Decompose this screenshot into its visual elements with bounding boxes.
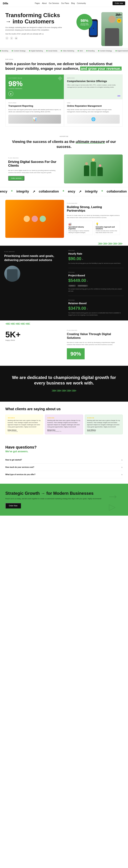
faq-chevron-3: + bbox=[121, 473, 123, 476]
retainer-suffix: + bbox=[87, 308, 88, 310]
scroll-word-4: ency bbox=[68, 190, 75, 194]
project-price: $5449.00 bbox=[68, 278, 86, 283]
driving-cta-button[interactable]: Order services bbox=[8, 176, 24, 181]
testimonial-author-3: Sarah Williams bbox=[87, 429, 120, 431]
hero-social-links: f t in bbox=[5, 37, 62, 40]
testimonial-text-2: Working with their team was a game-chang… bbox=[47, 420, 81, 428]
testimonial-role-2: Director, E-commerce Co bbox=[47, 431, 81, 432]
nav-link-community[interactable]: Community bbox=[77, 2, 86, 4]
industry-icon: 🏭 bbox=[69, 222, 91, 225]
scroll-text-section: ency ★ integrity ↗ collaboration ★ ency … bbox=[0, 187, 128, 196]
creating-right: PLAN MAKING Creating Value Through Digit… bbox=[64, 327, 123, 362]
intro-text: With a passion for innovation, we delive… bbox=[5, 62, 123, 71]
prioritizing-avatar bbox=[4, 266, 20, 282]
project-badges: Content × Brand Design × bbox=[68, 284, 124, 287]
scroll-word-6: collaboration bbox=[107, 190, 127, 194]
feature-label-1: CUSTOMER VALUE bbox=[8, 78, 61, 79]
chevrons-left: ⋘⋘⋘⋘⋘ bbox=[0, 320, 128, 327]
nav-link-plans[interactable]: Our Plans bbox=[61, 2, 69, 4]
marquee-item: Digital Marketing bbox=[116, 50, 128, 52]
stat-3m-label: New users bbox=[115, 17, 122, 18]
nav-link-services[interactable]: Our Services bbox=[49, 2, 59, 4]
orm-img: 🌐 bbox=[67, 115, 120, 124]
feature-card-orm: ORM Online Reputation Management Help cl… bbox=[64, 99, 123, 127]
creating-title: Creating Value Through Digital Solutions bbox=[67, 332, 120, 340]
hero-stat-3m: 3M+ New users bbox=[115, 13, 122, 18]
transparent-title: Transparent Reporting bbox=[8, 104, 61, 107]
testimonial-role-3: Marketing Lead bbox=[87, 431, 120, 432]
marquee-dot bbox=[29, 50, 30, 51]
arrow-icon-2: ↗ bbox=[79, 190, 81, 194]
faq-question-2: How much do your services cost? bbox=[5, 466, 34, 468]
marquee-dot bbox=[86, 50, 87, 51]
cta-arrow-bottom: ▷ bbox=[109, 502, 116, 512]
faq-item-2[interactable]: How much do your services cost? + bbox=[5, 464, 123, 471]
feature-card-comprehensive: SERVICES Comprehensive Service Offerings… bbox=[64, 74, 123, 99]
testimonial-text-3: Working with their team was a game-chang… bbox=[87, 420, 120, 428]
person-1 bbox=[84, 165, 89, 176]
star-icon-1: ★ bbox=[11, 190, 13, 194]
building-feature-2: 💡 Innovative Approach and Solutions Crea… bbox=[94, 221, 120, 235]
testimonial-text-1: Working with their team was a game-chang… bbox=[8, 420, 41, 428]
viewing-text: Viewing the success of clients as the ul… bbox=[5, 139, 123, 149]
faq-title: Have questions? bbox=[5, 445, 123, 450]
intro-highlight: and grow your revenue. bbox=[80, 67, 122, 70]
facebook-icon[interactable]: f bbox=[5, 37, 8, 40]
testimonial-author-1: Emily Johnson bbox=[8, 429, 41, 431]
marquee-item: SEO bbox=[78, 50, 83, 52]
building-feature-1-desc: Deep knowledge of various industries all… bbox=[69, 230, 91, 234]
marquee-inner: Branding Content Strategy Digital Market… bbox=[0, 50, 128, 52]
faq-item-3[interactable]: What type of services do you offer? + bbox=[5, 471, 123, 478]
driving-section: PLAN MAKING Driving Digital Success For … bbox=[5, 155, 123, 183]
marquee-dot bbox=[61, 50, 62, 51]
testimonials-grid: ★★★★★ Working with their team was a game… bbox=[5, 415, 123, 434]
faq-item-1[interactable]: How to get started? + bbox=[5, 456, 123, 464]
creating-desc: We strive to create value for our client… bbox=[67, 341, 120, 346]
stars-3: ★★★★★ bbox=[87, 417, 120, 419]
innovative-icon: 💡 bbox=[96, 222, 118, 225]
pricing-section: PLAN MAKING Prioritizing client needs an… bbox=[0, 246, 128, 320]
driving-right-image bbox=[64, 155, 123, 183]
creating-label: PLAN MAKING bbox=[67, 330, 120, 331]
testimonial-author-2: Michael Chen bbox=[47, 429, 81, 431]
twitter-icon[interactable]: t bbox=[10, 37, 13, 40]
project-suffix: + bbox=[87, 280, 88, 282]
testimonial-card-1: ★★★★★ Working with their team was a game… bbox=[5, 415, 43, 434]
comprehensive-title: Comprehensive Service Offerings bbox=[67, 80, 120, 83]
pricing-left: PLAN MAKING Prioritizing client needs an… bbox=[0, 246, 64, 320]
retainer-price-row: $3479.00 + bbox=[68, 306, 124, 311]
building-features: 🏭 Specialized Industry Expertise Deep kn… bbox=[67, 221, 120, 235]
zigzag-icon: ⋙ bbox=[117, 94, 121, 97]
nav-link-pages[interactable]: Pages bbox=[35, 2, 40, 4]
instagram-icon[interactable]: in bbox=[14, 37, 18, 40]
cta-button[interactable]: Order Now bbox=[5, 503, 21, 508]
project-desc: Our project-based pricing gives you the … bbox=[68, 288, 124, 292]
marquee-dot bbox=[78, 50, 79, 51]
pricing-retainer: PRICING Retainer-Based $3479.00 + Our re… bbox=[68, 300, 124, 316]
cta-section: Strategic Growth → for Modern Businesses… bbox=[0, 484, 128, 516]
driving-left: PLAN MAKING Driving Digital Success For … bbox=[5, 155, 64, 183]
marquee-item: Social Media bbox=[46, 50, 57, 52]
badge-number-one: #1 bbox=[117, 19, 121, 23]
star-icon-3: ★ bbox=[101, 190, 103, 194]
prioritizing-label: PLAN MAKING bbox=[4, 251, 60, 252]
building-feature-1: 🏭 Specialized Industry Expertise Deep kn… bbox=[67, 221, 93, 235]
nav-link-about[interactable]: About bbox=[42, 2, 47, 4]
marquee-dot bbox=[0, 50, 1, 51]
building-feature-2-desc: Creative and data-driven solutions that … bbox=[96, 230, 118, 234]
play-button[interactable]: ▶ bbox=[8, 91, 13, 96]
person-3 bbox=[97, 167, 103, 176]
cta-title: Strategic Growth → for Modern Businesses bbox=[5, 491, 123, 496]
faq-question-3: What type of services do you offer? bbox=[5, 473, 35, 475]
building-title: Building Strong, Lasting Partnerships bbox=[67, 205, 120, 213]
cta-desc: Reach out to us today, and let's work to… bbox=[5, 498, 123, 500]
nav-link-blog[interactable]: Blog bbox=[71, 2, 75, 4]
features-grid-bottom: FEATURED Transparent Reporting Ensure cl… bbox=[5, 99, 123, 127]
transparent-desc: Ensure clear and regular performance rep… bbox=[8, 108, 61, 113]
head-3 bbox=[99, 164, 101, 167]
creating-stat-label: Happy clients bbox=[5, 339, 64, 341]
hero-proof: See the results of 5K+ people who are al… bbox=[5, 33, 62, 35]
nav-cta-button[interactable]: Order now bbox=[113, 1, 125, 5]
comprehensive-label: SERVICES bbox=[67, 78, 120, 79]
features-grid: CUSTOMER VALUE 98% Customer Satisfaction… bbox=[5, 74, 123, 99]
